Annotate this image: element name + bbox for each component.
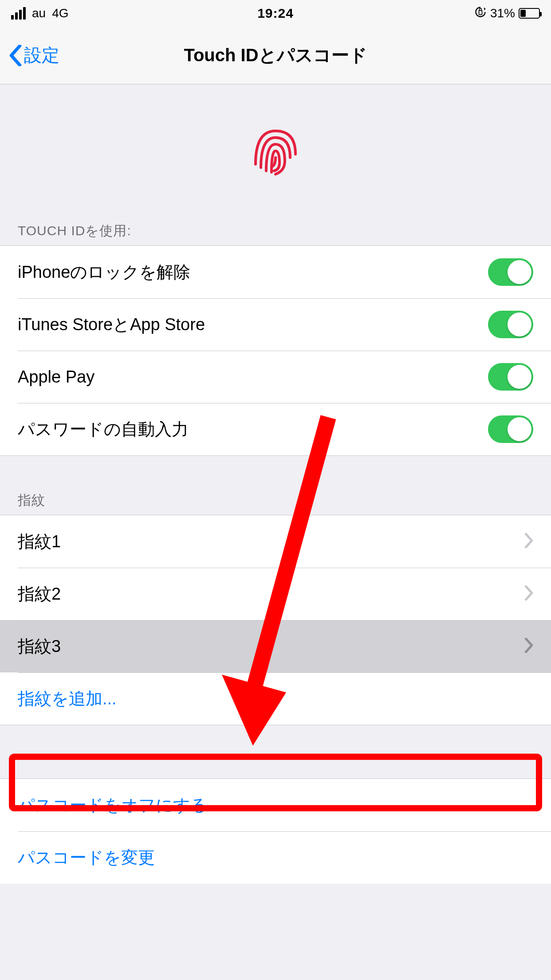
orientation-lock-icon [474,6,487,21]
chevron-right-icon [524,638,533,655]
row-apple-pay: Apple Pay [0,351,551,403]
row-change-passcode[interactable]: パスコードを変更 [0,831,551,884]
row-label: 指紋3 [18,635,524,658]
fingerprint-list: 指紋1 指紋2 指紋3 指紋を追加... [0,515,551,725]
row-label: iTunes StoreとApp Store [18,313,488,336]
passcode-list: パスコードをオフにする パスコードを変更 [0,778,551,884]
status-time: 19:24 [187,6,363,21]
chevron-right-icon [524,533,533,550]
fingerprint-hero [0,84,551,217]
row-unlock-iphone: iPhoneのロックを解除 [0,246,551,298]
toggle-unlock-iphone[interactable] [488,258,533,286]
svg-rect-0 [479,10,482,14]
signal-icon [11,7,26,20]
row-fingerprint-1[interactable]: 指紋1 [0,515,551,568]
row-label: 指紋2 [18,583,524,605]
row-turn-off-passcode[interactable]: パスコードをオフにする [0,779,551,831]
chevron-right-icon [524,585,533,602]
row-itunes-appstore: iTunes StoreとApp Store [0,298,551,351]
section-header-fingerprints: 指紋 [0,491,551,515]
nav-bar: 設定 Touch IDとパスコード [0,27,551,84]
battery-icon [519,8,540,19]
row-label: パスワードの自動入力 [18,418,488,441]
row-label: Apple Pay [18,368,488,387]
back-label: 設定 [24,43,59,67]
row-label: 指紋を追加... [18,688,533,710]
toggle-apple-pay[interactable] [488,363,533,391]
back-button[interactable]: 設定 [9,43,59,67]
toggle-itunes-appstore[interactable] [488,311,533,338]
row-add-fingerprint[interactable]: 指紋を追加... [0,672,551,725]
row-label: iPhoneのロックを解除 [18,261,488,284]
touchid-toggle-list: iPhoneのロックを解除 iTunes StoreとApp Store App… [0,245,551,456]
row-fingerprint-3[interactable]: 指紋3 [0,620,551,672]
network-label: 4G [52,6,68,20]
row-fingerprint-2[interactable]: 指紋2 [0,568,551,620]
chevron-left-icon [9,45,22,66]
row-label: パスコードをオフにする [18,794,533,817]
row-password-autofill: パスワードの自動入力 [0,403,551,455]
row-label: パスコードを変更 [18,846,533,869]
status-bar: au 4G 19:24 31% [0,0,551,27]
fingerprint-icon [242,118,309,184]
carrier-label: au [32,6,46,20]
section-header-touchid: TOUCH IDを使用: [0,217,551,245]
toggle-password-autofill[interactable] [488,415,533,443]
page-title: Touch IDとパスコード [0,43,551,67]
row-label: 指紋1 [18,530,524,553]
battery-percent: 31% [490,6,515,20]
